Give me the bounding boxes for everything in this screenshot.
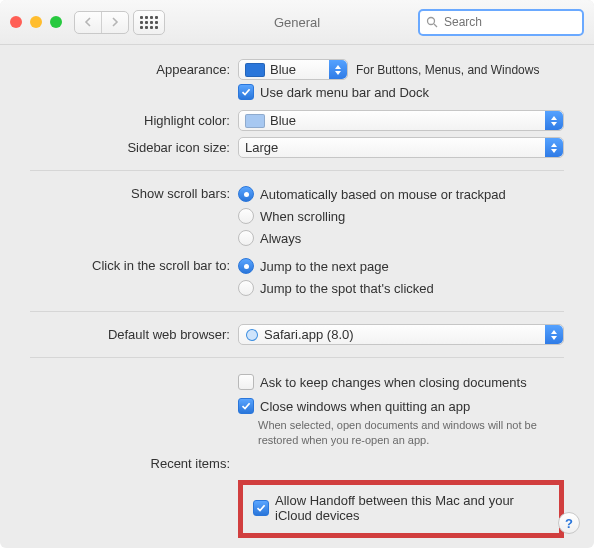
browser-value: Safari.app (8.0) [264, 327, 354, 342]
sidebar-size-value: Large [245, 140, 278, 155]
radio-button [238, 230, 254, 246]
scrollbars-label: Show scroll bars: [30, 183, 238, 201]
dark-menu-checkbox[interactable]: Use dark menu bar and Dock [238, 84, 564, 100]
appearance-popup[interactable]: Blue [238, 59, 348, 80]
radio-label: When scrolling [260, 209, 345, 224]
svg-line-1 [434, 24, 437, 27]
minimize-window-button[interactable] [30, 16, 42, 28]
chevron-left-icon [84, 17, 92, 27]
radio-label: Always [260, 231, 301, 246]
close-windows-label: Close windows when quitting an app [260, 399, 470, 414]
radio-label: Jump to the next page [260, 259, 389, 274]
preferences-window: General Appearance: Blue For Buttons, Me… [0, 0, 594, 548]
checkbox-box [238, 84, 254, 100]
appearance-label: Appearance: [30, 59, 238, 77]
grid-icon [140, 16, 158, 29]
chevron-right-icon [111, 17, 119, 27]
checkmark-icon [241, 401, 251, 411]
sidebar-size-label: Sidebar icon size: [30, 137, 238, 155]
search-input[interactable] [442, 14, 576, 30]
search-icon [426, 16, 438, 28]
radio-button [238, 186, 254, 202]
radio-button [238, 258, 254, 274]
close-window-button[interactable] [10, 16, 22, 28]
radio-button [238, 280, 254, 296]
separator [30, 311, 564, 312]
forward-button[interactable] [102, 12, 128, 33]
help-button[interactable]: ? [558, 512, 580, 534]
handoff-checkbox[interactable]: Allow Handoff between this Mac and your … [253, 493, 549, 523]
ask-changes-label: Ask to keep changes when closing documen… [260, 375, 527, 390]
back-button[interactable] [75, 12, 102, 33]
checkbox-box [253, 500, 269, 516]
appearance-value: Blue [270, 62, 296, 77]
svg-point-3 [247, 330, 257, 340]
checkbox-box [238, 374, 254, 390]
ask-changes-checkbox[interactable]: Ask to keep changes when closing documen… [238, 374, 564, 390]
appearance-hint: For Buttons, Menus, and Windows [356, 63, 539, 77]
scrollbars-option-auto[interactable]: Automatically based on mouse or trackpad [238, 186, 564, 202]
highlight-label: Highlight color: [30, 110, 238, 128]
checkmark-icon [241, 87, 251, 97]
click-scroll-option-spot[interactable]: Jump to the spot that's clicked [238, 280, 564, 296]
close-windows-checkbox[interactable]: Close windows when quitting an app [238, 398, 564, 414]
scrollbars-option-scrolling[interactable]: When scrolling [238, 208, 564, 224]
radio-label: Automatically based on mouse or trackpad [260, 187, 506, 202]
appearance-swatch [245, 63, 265, 77]
popup-arrows-icon [545, 325, 563, 344]
popup-arrows-icon [329, 60, 347, 79]
zoom-window-button[interactable] [50, 16, 62, 28]
browser-label: Default web browser: [30, 324, 238, 342]
checkbox-box [238, 398, 254, 414]
recent-items-row: 10 [238, 454, 564, 476]
popup-arrows-icon [545, 111, 563, 130]
dark-menu-label: Use dark menu bar and Dock [260, 85, 429, 100]
highlight-popup[interactable]: Blue [238, 110, 564, 131]
browser-popup[interactable]: Safari.app (8.0) [238, 324, 564, 345]
toolbar-nav [74, 10, 165, 35]
sidebar-size-popup[interactable]: Large [238, 137, 564, 158]
close-windows-note: When selected, open documents and window… [258, 418, 564, 448]
svg-point-0 [428, 18, 435, 25]
help-icon: ? [565, 516, 573, 531]
scrollbars-option-always[interactable]: Always [238, 230, 564, 246]
handoff-label: Allow Handoff between this Mac and your … [275, 493, 549, 523]
search-field-wrap[interactable] [418, 9, 584, 36]
separator [30, 170, 564, 171]
show-all-button[interactable] [133, 10, 165, 35]
popup-arrows-icon [545, 138, 563, 157]
click-scroll-label: Click in the scroll bar to: [30, 255, 238, 273]
radio-button [238, 208, 254, 224]
nav-back-forward [74, 11, 129, 34]
recent-items-label: Recent items: [30, 454, 238, 471]
checkmark-icon [256, 503, 266, 513]
window-controls [10, 16, 62, 28]
content-area: Appearance: Blue For Buttons, Menus, and… [0, 45, 594, 548]
titlebar: General [0, 0, 594, 45]
highlight-value: Blue [270, 113, 296, 128]
click-scroll-option-page[interactable]: Jump to the next page [238, 258, 564, 274]
separator [30, 357, 564, 358]
radio-label: Jump to the spot that's clicked [260, 281, 434, 296]
handoff-highlight: Allow Handoff between this Mac and your … [238, 480, 564, 538]
safari-icon [245, 328, 259, 342]
highlight-swatch [245, 114, 265, 128]
